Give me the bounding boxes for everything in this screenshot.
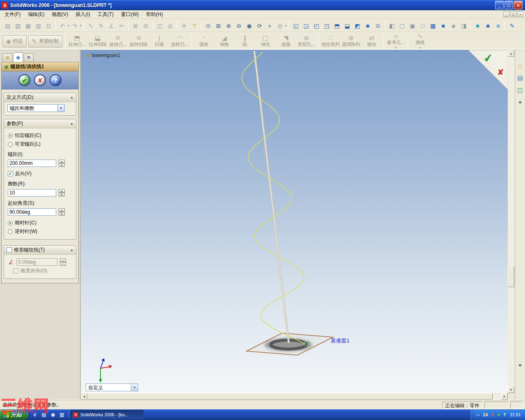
zoom-fit-icon[interactable]: ⊙ xyxy=(203,21,213,30)
extrude-boss-button[interactable]: ⬒拉伸凸... xyxy=(67,34,87,49)
view-bottom-icon[interactable]: ⬓ xyxy=(342,21,352,30)
help-tray-icon[interactable]: ? xyxy=(503,413,506,417)
redo-icon-caret[interactable]: ▾ xyxy=(80,24,82,27)
dimension-icon[interactable]: ∠ xyxy=(107,21,116,30)
spin-up-icon[interactable]: ▲ xyxy=(59,208,65,212)
internet-explorer-icon[interactable]: e xyxy=(32,411,38,418)
close-button[interactable]: × xyxy=(514,1,523,9)
view-left-icon[interactable]: ◰ xyxy=(312,21,321,30)
variable-pitch-radio[interactable]: 可变螺距(L) xyxy=(8,141,73,148)
restore-button[interactable]: ◻ xyxy=(504,1,513,9)
pitch-spinner[interactable]: ▲▼ xyxy=(59,160,65,167)
save-icon[interactable]: ▦ xyxy=(23,21,33,30)
hole-wizard-button[interactable]: ⊚异型孔... xyxy=(296,34,317,49)
ok-button[interactable]: ✔ xyxy=(18,74,30,86)
featuremanager-tab[interactable]: ⊞ xyxy=(2,53,12,62)
cancel-button[interactable]: ✘ xyxy=(34,74,46,86)
solidworks-resources-icon[interactable]: ⌂ xyxy=(518,62,522,69)
collapse-task-pane-lower-icon[interactable]: « xyxy=(515,362,525,368)
view-orientation-icon[interactable]: ◇ xyxy=(275,21,285,30)
mirror-button[interactable]: ⇄镜向 xyxy=(361,34,382,49)
convert-entities-icon[interactable]: ◫ xyxy=(155,21,164,30)
grid-icon[interactable]: ⊞ xyxy=(131,21,140,30)
revolutions-input[interactable] xyxy=(8,189,56,196)
vertical-scroll-thumb[interactable] xyxy=(508,266,514,287)
plane-label[interactable]: 基准面1 xyxy=(331,337,349,345)
extrude-cut-button[interactable]: ⬓拉伸切除 xyxy=(87,34,108,49)
help-button[interactable]: ? xyxy=(50,74,62,86)
view-front-icon[interactable]: ◱ xyxy=(291,21,301,30)
view-right-icon[interactable]: ◳ xyxy=(322,21,331,30)
dropdown-arrow-icon[interactable]: ▼ xyxy=(131,383,138,391)
definition-group-header[interactable]: 定义方式(D): ▲ xyxy=(4,93,76,102)
zoom-selection-icon[interactable]: ◉ xyxy=(244,21,254,30)
spin-up-icon[interactable]: ▲ xyxy=(59,160,65,163)
select-icon[interactable]: ↖ xyxy=(86,21,96,30)
hidden-lines-removed-icon[interactable]: □ xyxy=(418,21,427,30)
kingsoft-icon[interactable]: K xyxy=(491,413,494,417)
circular-pattern-button[interactable]: ⊛圆周阵列 xyxy=(341,34,361,49)
curves-button[interactable]: ∿曲线▾ xyxy=(410,34,430,49)
configurationmanager-tab[interactable]: ⚑ xyxy=(24,53,34,62)
revolve-cut-button[interactable]: ⟲旋转切除 xyxy=(128,34,149,49)
measure-icon[interactable]: ✛ xyxy=(179,21,189,30)
start-angle-spinner[interactable]: ▲▼ xyxy=(59,208,65,216)
vertical-scrollbar[interactable]: ▲ ▼ xyxy=(508,50,515,393)
shell-button[interactable]: ▢抽壳 xyxy=(255,34,276,49)
redo-icon[interactable]: ↷ xyxy=(70,21,80,30)
wireframe-icon[interactable]: ▢ xyxy=(397,21,407,30)
antivirus-icon[interactable]: ✚ xyxy=(497,413,500,417)
sketch-icon[interactable]: ✎ xyxy=(96,21,106,30)
rotate-view-icon[interactable]: ⟳ xyxy=(255,21,264,30)
revolutions-spinner[interactable]: ▲▼ xyxy=(59,189,65,196)
parameters-group-header[interactable]: 参数(P) ▲ xyxy=(4,119,76,128)
shadows-icon[interactable]: ◨ xyxy=(459,21,468,30)
zoom-out-icon[interactable]: ⊖ xyxy=(234,21,244,30)
open-icon[interactable]: ▧ xyxy=(13,21,23,30)
scroll-down-button[interactable]: ▼ xyxy=(508,386,514,393)
view-orientation-icon-caret[interactable]: ▾ xyxy=(285,24,287,27)
document-close-button[interactable]: × xyxy=(517,11,523,17)
menu-item-1[interactable]: 文件(F) xyxy=(1,10,24,19)
rib-button[interactable]: ∥筋 xyxy=(235,34,255,49)
flyout-tree-root[interactable]: ◈ bowenguan1 xyxy=(87,52,120,58)
revolve-boss-button[interactable]: ⟳旋转凸... xyxy=(108,34,128,49)
perspective-icon[interactable]: ◈ xyxy=(449,21,458,30)
taper-angle-input[interactable] xyxy=(16,258,57,266)
helix-curve[interactable] xyxy=(242,52,304,344)
collapse-task-pane-icon[interactable]: « xyxy=(518,99,521,105)
counterclockwise-radio[interactable]: 逆时针(W) xyxy=(8,228,73,235)
horizontal-scrollbar[interactable]: ◄ ► xyxy=(81,393,508,400)
options-icon[interactable]: ⊟ xyxy=(141,21,151,30)
collapse-arrow-icon[interactable]: ▲ xyxy=(70,96,73,99)
scroll-right-button[interactable]: ► xyxy=(501,393,508,399)
file-explorer-icon[interactable]: ◫ xyxy=(517,87,523,94)
loft-button[interactable]: ◠放样凸... xyxy=(169,34,190,49)
taskbar-button-solidworks[interactable]: S SolidWorks 2006 - [bo... xyxy=(71,410,144,419)
document-minimize-button[interactable]: _ xyxy=(503,11,509,17)
pitch-input[interactable] xyxy=(8,160,56,167)
scene-icon[interactable]: ■ xyxy=(493,21,503,30)
zoom-in-icon[interactable]: ⊕ xyxy=(224,21,233,30)
section-view-icon[interactable]: ◧ xyxy=(387,21,397,30)
undo-icon-caret[interactable]: ▾ xyxy=(68,24,69,27)
trim-icon[interactable]: ✂ xyxy=(117,21,126,30)
reference-geometry-button[interactable]: ▱参考几...▾ xyxy=(386,34,406,49)
dropdown-caret-icon[interactable]: ▾ xyxy=(419,46,421,50)
show-desktop-icon[interactable]: ▤ xyxy=(41,411,47,418)
display-icon[interactable]: ▭ xyxy=(476,413,480,417)
minimize-button[interactable]: _ xyxy=(495,1,504,9)
definition-method-dropdown[interactable]: 螺距和圈数 ▼ xyxy=(7,104,65,112)
media-player-icon[interactable]: ◉ xyxy=(50,411,56,418)
undo-icon[interactable]: ↶ xyxy=(58,21,67,30)
confirm-ok-icon[interactable]: ✔ xyxy=(483,51,494,66)
design-library-icon[interactable]: ▤ xyxy=(517,74,523,82)
document-restore-button[interactable]: ◻ xyxy=(510,11,516,17)
ime-icon[interactable]: ZA xyxy=(483,413,488,417)
hidden-lines-visible-icon[interactable]: ▣ xyxy=(408,21,417,30)
scroll-left-button[interactable]: ◄ xyxy=(81,393,87,399)
normal-to-icon[interactable]: ⊙ xyxy=(373,21,383,30)
edit-color-icon[interactable]: ■ xyxy=(473,21,482,30)
pan-icon[interactable]: + xyxy=(265,21,274,30)
collapse-arrow-icon[interactable]: ▲ xyxy=(70,248,73,252)
